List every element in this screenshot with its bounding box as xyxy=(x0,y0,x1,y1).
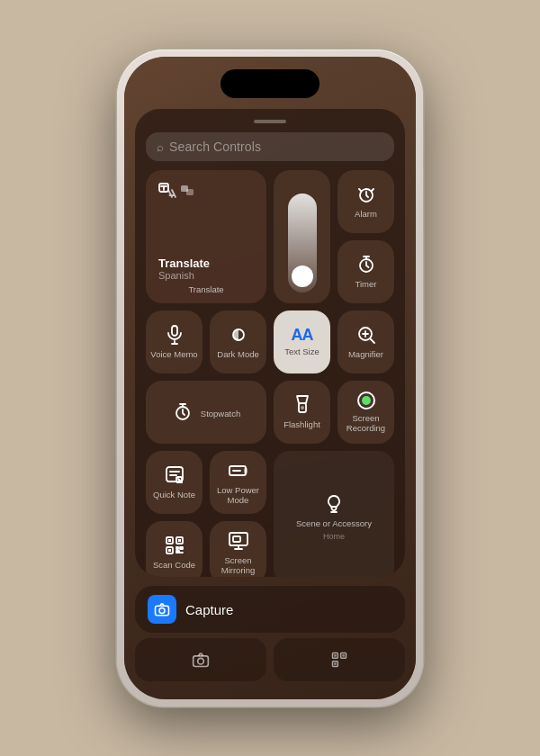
camera-icon xyxy=(154,601,170,617)
flashlight-icon xyxy=(292,394,313,416)
drag-indicator xyxy=(254,120,286,123)
flashlight-control[interactable]: Flashlight xyxy=(274,381,330,444)
svg-rect-2 xyxy=(186,189,194,195)
bulb-icon xyxy=(323,493,345,515)
timer-icon xyxy=(356,254,377,275)
svg-rect-28 xyxy=(230,533,248,545)
camera-small-icon xyxy=(192,651,210,669)
controls-grid: Translate Spanish Translate Alarm xyxy=(146,170,394,577)
translate-text: Translate Spanish xyxy=(149,256,263,281)
screen-mirroring-icon xyxy=(228,530,249,552)
svg-rect-37 xyxy=(334,654,337,657)
rec-dot-inner xyxy=(362,396,371,405)
brightness-control[interactable] xyxy=(274,170,330,303)
brightness-slider xyxy=(288,194,317,292)
voice-memo-control[interactable]: Voice Memo xyxy=(146,310,202,374)
screen-recording-control[interactable]: ScreenRecording xyxy=(338,381,394,444)
capture-label: Capture xyxy=(185,602,233,617)
translate-icons xyxy=(157,179,194,201)
screen-mirroring-label: ScreenMirroring xyxy=(221,555,255,576)
scan-code-control[interactable]: Scan Code xyxy=(146,521,202,577)
alarm-icon xyxy=(356,184,377,205)
voice-memo-label: Voice Memo xyxy=(150,349,197,359)
dynamic-island xyxy=(220,69,320,98)
screen-content: ⌕ Search Controls xyxy=(124,57,416,699)
magnifier-label: Magnifier xyxy=(348,349,383,359)
low-power-icon xyxy=(228,460,249,482)
translate-label: Translate xyxy=(188,284,223,294)
search-icon: ⌕ xyxy=(157,140,164,154)
alarm-control[interactable]: Alarm xyxy=(338,170,394,233)
translate-title: Translate xyxy=(158,256,254,270)
magnifier-control[interactable]: Magnifier xyxy=(338,310,394,374)
bottom-qr-cell[interactable] xyxy=(274,638,405,681)
translate-icon xyxy=(157,179,178,201)
svg-rect-27 xyxy=(168,549,171,552)
svg-point-14 xyxy=(301,406,304,410)
stopwatch-icon xyxy=(172,401,194,423)
magnifier-icon xyxy=(356,324,377,346)
quick-note-label: Quick Note xyxy=(153,490,195,500)
screen-recording-icon xyxy=(357,392,375,410)
svg-rect-38 xyxy=(342,654,345,657)
bottom-camera-cell[interactable] xyxy=(135,638,266,681)
text-size-icon: AA xyxy=(292,327,313,343)
quick-note-icon xyxy=(164,464,185,486)
flashlight-label: Flashlight xyxy=(284,419,320,429)
timer-label: Timer xyxy=(356,279,377,289)
capture-icon xyxy=(148,595,176,624)
text-size-label: Text Size xyxy=(284,346,320,356)
dark-mode-icon xyxy=(228,324,249,346)
search-placeholder: Search Controls xyxy=(169,140,261,154)
home-sublabel: Home xyxy=(323,532,345,542)
stopwatch-control[interactable]: Stopwatch xyxy=(146,381,266,444)
scan-code-label: Scan Code xyxy=(153,560,195,570)
translate-control[interactable]: Translate Spanish Translate xyxy=(146,170,266,303)
svg-rect-39 xyxy=(334,662,337,665)
dark-mode-label: Dark Mode xyxy=(217,349,258,359)
bottom-grid xyxy=(135,638,405,681)
svg-line-10 xyxy=(370,339,374,344)
svg-rect-16 xyxy=(166,467,183,482)
low-power-mode-control[interactable]: Low PowerMode xyxy=(210,451,266,514)
qr-small-icon xyxy=(330,651,348,669)
svg-point-33 xyxy=(198,658,204,664)
scene-accessory-label: Scene or Accessory xyxy=(296,518,372,528)
alarm-label: Alarm xyxy=(355,209,377,219)
phone-frame: ⌕ Search Controls xyxy=(117,50,423,706)
svg-rect-25 xyxy=(168,539,171,542)
scan-code-icon xyxy=(164,535,185,556)
brightness-thumb xyxy=(292,266,313,287)
svg-rect-26 xyxy=(178,539,181,542)
low-power-label: Low PowerMode xyxy=(217,485,259,506)
capture-bar[interactable]: Capture xyxy=(135,586,405,633)
svg-rect-29 xyxy=(233,536,240,542)
control-center-panel: ⌕ Search Controls xyxy=(135,109,405,577)
search-bar[interactable]: ⌕ Search Controls xyxy=(146,132,394,161)
quick-note-control[interactable]: Quick Note xyxy=(146,451,202,514)
translate-sub-icon xyxy=(180,183,194,197)
translate-subtitle: Spanish xyxy=(158,270,254,281)
voice-memo-icon xyxy=(164,324,185,346)
stopwatch-label: Stopwatch xyxy=(201,409,240,418)
home-control[interactable]: Scene or Accessory Home xyxy=(274,451,394,577)
svg-rect-5 xyxy=(172,326,177,336)
screen-mirroring-control[interactable]: ScreenMirroring xyxy=(210,521,266,577)
text-size-control[interactable]: AA Text Size xyxy=(274,310,330,374)
dark-mode-control[interactable]: Dark Mode xyxy=(210,310,266,374)
svg-point-31 xyxy=(159,608,165,614)
phone-screen: ⌕ Search Controls xyxy=(124,57,416,699)
timer-control[interactable]: Timer xyxy=(338,240,394,303)
screen-recording-label: ScreenRecording xyxy=(346,413,385,434)
